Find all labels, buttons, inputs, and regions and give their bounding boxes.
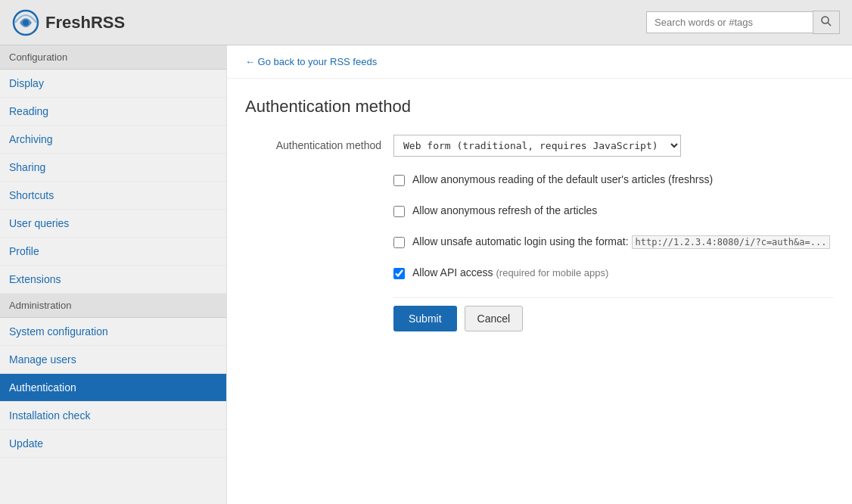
auth-method-select[interactable]: Web form (traditional, requires JavaScri… [393,135,681,157]
auth-method-row: Authentication method Web form (traditio… [245,135,834,157]
url-format: http://1.2.3.4:8080/i/?c=auth&a=... [632,235,831,249]
cb-unsafe-login[interactable] [393,237,405,248]
main-content: ← Go back to your RSS feeds Authenticati… [227,45,852,504]
logo-icon [12,9,39,36]
sidebar-item-authentication[interactable]: Authentication [0,374,226,402]
auth-method-label: Authentication method [245,135,381,151]
layout: Configuration Display Reading Archiving … [0,45,852,504]
sidebar-item-shortcuts[interactable]: Shortcuts [0,182,226,210]
cb-api-access[interactable] [393,268,405,279]
sidebar-item-sharing[interactable]: Sharing [0,154,226,182]
header: FreshRSS [0,0,852,45]
sidebar-item-system-configuration[interactable]: System configuration [0,318,226,346]
config-section-header: Configuration [0,45,226,70]
form-actions: Submit Cancel [393,297,834,331]
cb-unsafe-login-row: Allow unsafe automatic login using the f… [393,232,834,251]
search-area [646,11,840,34]
sidebar-item-installation-check[interactable]: Installation check [0,402,226,430]
sidebar-item-user-queries[interactable]: User queries [0,210,226,238]
cancel-button[interactable]: Cancel [465,306,524,331]
svg-point-1 [23,20,29,26]
cb-anon-reading-row: Allow anonymous reading of the default u… [393,170,834,189]
checkboxes-section: Allow anonymous reading of the default u… [393,170,834,282]
svg-line-3 [828,23,831,26]
search-button[interactable] [813,11,840,34]
submit-button[interactable]: Submit [393,306,457,331]
cb-api-access-label: Allow API access (required for mobile ap… [412,266,608,278]
cb-unsafe-login-label: Allow unsafe automatic login using the f… [412,235,830,247]
svg-point-2 [822,17,829,23]
sidebar-item-manage-users[interactable]: Manage users [0,346,226,374]
sidebar: Configuration Display Reading Archiving … [0,45,227,504]
cb-anon-reading[interactable] [393,175,405,186]
back-link[interactable]: ← Go back to your RSS feeds [227,45,852,79]
sidebar-item-reading[interactable]: Reading [0,98,226,126]
cb-anon-reading-label: Allow anonymous reading of the default u… [412,173,713,185]
cb-anon-refresh-label: Allow anonymous refresh of the articles [412,204,597,216]
sidebar-item-display[interactable]: Display [0,70,226,98]
page-title: Authentication method [245,97,834,117]
logo-text: FreshRSS [45,13,125,33]
search-icon [821,16,832,26]
content-area: Authentication method Authentication met… [227,79,852,350]
sidebar-item-profile[interactable]: Profile [0,238,226,266]
sidebar-item-archiving[interactable]: Archiving [0,126,226,154]
sidebar-item-update[interactable]: Update [0,430,226,458]
admin-section-header: Administration [0,294,226,318]
cb-anon-refresh[interactable] [393,206,405,217]
sidebar-item-extensions[interactable]: Extensions [0,266,226,294]
auth-method-control: Web form (traditional, requires JavaScri… [393,135,834,157]
cb-api-access-row: Allow API access (required for mobile ap… [393,263,834,282]
search-input[interactable] [646,11,813,33]
logo-area: FreshRSS [12,9,125,36]
cb-anon-refresh-row: Allow anonymous refresh of the articles [393,201,834,220]
cb-api-access-note: (required for mobile apps) [496,267,609,278]
